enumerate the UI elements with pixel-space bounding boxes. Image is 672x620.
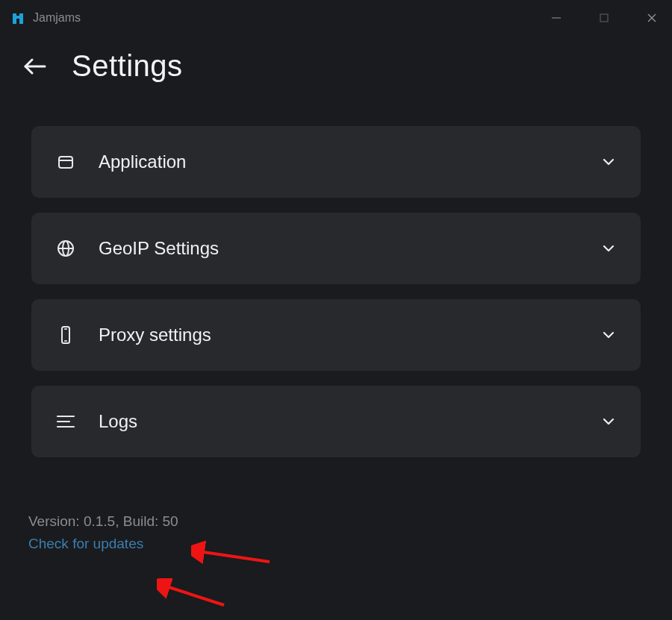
titlebar-left: Jamjams: [10, 10, 547, 25]
titlebar: Jamjams: [0, 0, 672, 36]
globe-icon: [55, 238, 76, 259]
settings-section-proxy[interactable]: Proxy settings: [31, 299, 641, 371]
settings-section-logs[interactable]: Logs: [31, 386, 641, 457]
window-icon: [55, 151, 76, 172]
phone-icon: [55, 325, 76, 345]
page-title: Settings: [72, 49, 183, 83]
svg-line-17: [199, 551, 270, 562]
settings-section-application[interactable]: Application: [31, 126, 641, 198]
check-updates-link[interactable]: Check for updates: [28, 536, 644, 552]
section-label: GeoIP Settings: [99, 238, 578, 259]
chevron-down-icon: [600, 327, 617, 343]
settings-section-geoip[interactable]: GeoIP Settings: [31, 213, 641, 284]
settings-content: Application GeoIP Settings Proxy setting…: [0, 90, 672, 487]
app-logo-icon: [10, 10, 25, 25]
svg-rect-1: [600, 14, 608, 22]
version-text: Version: 0.1.5, Build: 50: [28, 513, 644, 530]
footer: Version: 0.1.5, Build: 50 Check for upda…: [0, 487, 672, 552]
minimize-button[interactable]: [547, 8, 566, 28]
annotation-arrow-icon: [157, 578, 228, 611]
chevron-down-icon: [600, 413, 617, 430]
close-button[interactable]: [642, 8, 662, 28]
logs-icon: [55, 411, 76, 432]
maximize-button[interactable]: [594, 8, 614, 28]
section-label: Proxy settings: [99, 325, 578, 345]
chevron-down-icon: [600, 154, 617, 170]
window-controls: [547, 8, 662, 28]
section-label: Application: [99, 151, 578, 172]
app-title: Jamjams: [33, 11, 81, 25]
chevron-down-icon: [600, 240, 617, 257]
svg-rect-5: [59, 157, 72, 168]
back-button[interactable]: [19, 51, 49, 81]
page-header: Settings: [0, 36, 672, 90]
svg-line-19: [164, 586, 224, 605]
section-label: Logs: [99, 411, 578, 432]
